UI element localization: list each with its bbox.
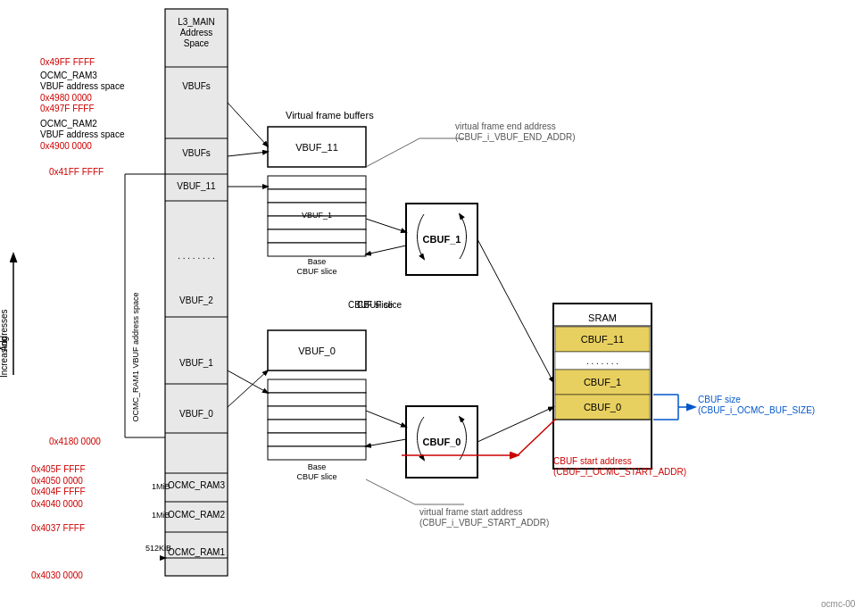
svg-text:0x4180 0000: 0x4180 0000 — [49, 437, 101, 446]
svg-text:CBUF_0: CBUF_0 — [584, 402, 621, 412]
svg-text:SRAM: SRAM — [588, 312, 617, 323]
svg-text:512KiB: 512KiB — [145, 544, 171, 553]
svg-text:0x497F FFFF: 0x497F FFFF — [40, 104, 95, 113]
svg-text:virtual frame start address: virtual frame start address — [419, 507, 523, 517]
svg-rect-66 — [268, 406, 366, 420]
svg-text:0x4980 0000: 0x4980 0000 — [40, 93, 92, 103]
svg-text:CBUF slice: CBUF slice — [357, 300, 402, 310]
svg-text:Space: Space — [184, 38, 210, 48]
svg-rect-57 — [268, 229, 366, 243]
svg-text:VBUF address space: VBUF address space — [40, 129, 125, 139]
svg-line-92 — [366, 219, 406, 232]
svg-text:CBUF_11: CBUF_11 — [581, 334, 624, 345]
svg-rect-67 — [268, 420, 366, 433]
svg-line-89 — [228, 103, 268, 146]
svg-text:0x49FF FFFF: 0x49FF FFFF — [40, 57, 95, 67]
diagram-container: L3_MAIN Address Space VBUFs VBUFs VBUF_1… — [0, 0, 855, 616]
svg-line-94 — [366, 411, 406, 427]
svg-text:OCMC_RAM3: OCMC_RAM3 — [40, 71, 97, 80]
svg-text:CBUF_0: CBUF_0 — [423, 437, 461, 447]
svg-text:VBUF_1: VBUF_1 — [179, 358, 213, 368]
svg-text:VBUFs: VBUFs — [182, 81, 211, 91]
svg-text:0x4040 0000: 0x4040 0000 — [31, 499, 83, 509]
svg-text:1MiB: 1MiB — [152, 511, 170, 520]
svg-text:0x4037 FFFF: 0x4037 FFFF — [31, 523, 85, 533]
svg-text:CBUF slice: CBUF slice — [296, 267, 336, 276]
svg-text:OCMC_RAM2: OCMC_RAM2 — [168, 510, 225, 520]
svg-text:CBUF slice: CBUF slice — [296, 472, 336, 481]
svg-text:Virtual frame buffers: Virtual frame buffers — [286, 110, 374, 121]
svg-text:0x4030 0000: 0x4030 0000 — [31, 570, 83, 580]
svg-line-93 — [366, 246, 406, 254]
svg-line-96 — [477, 239, 553, 382]
svg-text:VBUF_0: VBUF_0 — [179, 409, 213, 419]
svg-text:VBUFs: VBUFs — [182, 148, 211, 158]
svg-text:VBUF_0: VBUF_0 — [298, 345, 336, 356]
svg-rect-68 — [268, 433, 366, 446]
svg-rect-58 — [268, 243, 366, 256]
svg-text:(CBUF_i_VBUF_START_ADDR): (CBUF_i_VBUF_START_ADDR) — [419, 518, 549, 528]
diagram-svg: L3_MAIN Address Space VBUFs VBUFs VBUF_1… — [0, 0, 855, 616]
svg-text:VBUF_1: VBUF_1 — [302, 211, 332, 220]
svg-text:0x404F FFFF: 0x404F FFFF — [31, 487, 86, 496]
svg-rect-64 — [268, 379, 366, 393]
svg-text:L3_MAIN: L3_MAIN — [178, 17, 215, 27]
svg-text:1MiB: 1MiB — [152, 482, 170, 491]
svg-text:CBUF start address: CBUF start address — [553, 456, 632, 466]
svg-text:0x4900 0000: 0x4900 0000 — [40, 141, 92, 151]
svg-rect-65 — [268, 393, 366, 406]
svg-rect-53 — [268, 176, 366, 189]
svg-text:OCMC_RAM1 VBUF address space: OCMC_RAM1 VBUF address space — [131, 292, 140, 421]
svg-text:VBUF_2: VBUF_2 — [179, 296, 213, 305]
svg-text:Base: Base — [308, 462, 327, 471]
svg-text:. . . . . . .: . . . . . . . — [586, 356, 618, 366]
svg-text:CBUF_1: CBUF_1 — [423, 234, 461, 245]
svg-rect-54 — [268, 189, 366, 203]
svg-text:virtual frame end address: virtual frame end address — [455, 121, 556, 131]
svg-line-90 — [228, 152, 268, 156]
svg-line-100 — [228, 370, 268, 393]
svg-text:OCMC_RAM2: OCMC_RAM2 — [40, 119, 97, 129]
svg-text:(CBUF_i_OCMC_BUF_SIZE): (CBUF_i_OCMC_BUF_SIZE) — [698, 405, 815, 415]
svg-text:ocmc-005: ocmc-005 — [821, 599, 855, 609]
svg-line-95 — [366, 439, 406, 446]
svg-text:(CBUF_i_OCMC_START_ADDR): (CBUF_i_OCMC_START_ADDR) — [553, 467, 686, 477]
svg-text:0x4050 0000: 0x4050 0000 — [31, 476, 83, 486]
svg-text:VBUF address space: VBUF address space — [40, 81, 125, 91]
svg-text:Addresses: Addresses — [0, 309, 9, 351]
svg-rect-69 — [268, 446, 366, 460]
svg-text:VBUF_11: VBUF_11 — [295, 142, 338, 153]
svg-text:CBUF_1: CBUF_1 — [584, 377, 621, 387]
svg-line-103 — [366, 479, 415, 504]
svg-text:Address: Address — [180, 28, 213, 37]
svg-line-101 — [366, 138, 419, 167]
svg-line-99 — [228, 370, 268, 407]
svg-text:CBUF size: CBUF size — [698, 395, 741, 404]
svg-rect-0 — [165, 9, 228, 576]
svg-text:OCMC_RAM3: OCMC_RAM3 — [168, 480, 225, 490]
svg-text:VBUF_11: VBUF_11 — [177, 181, 216, 191]
svg-text:OCMC_RAM1: OCMC_RAM1 — [168, 547, 225, 557]
svg-text:. . . . . . . .: . . . . . . . . — [178, 251, 215, 261]
svg-line-97 — [477, 407, 553, 442]
svg-line-109 — [518, 420, 555, 455]
svg-text:0x405F FFFF: 0x405F FFFF — [31, 464, 86, 474]
svg-text:0x41FF FFFF: 0x41FF FFFF — [49, 167, 104, 177]
svg-text:Base: Base — [308, 257, 327, 266]
svg-text:(CBUF_i_VBUF_END_ADDR): (CBUF_i_VBUF_END_ADDR) — [455, 132, 575, 142]
